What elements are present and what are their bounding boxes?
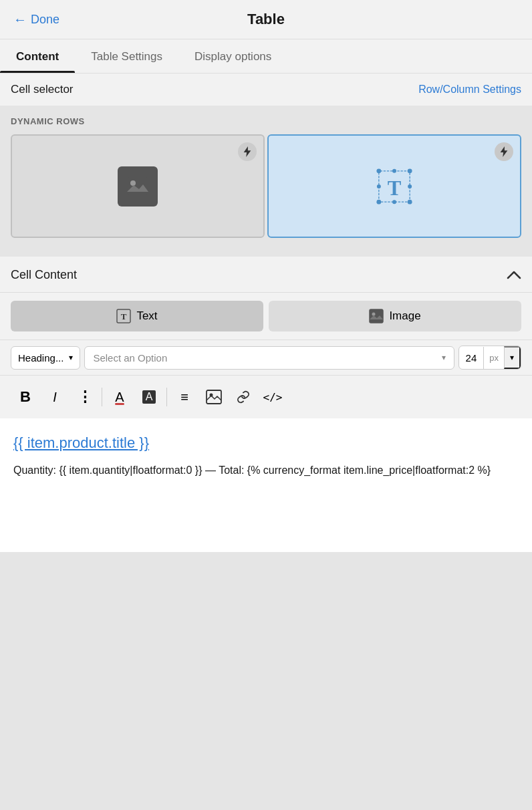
more-options-button[interactable]: ⋮ [70, 382, 99, 412]
italic-button[interactable]: I [40, 382, 70, 412]
svg-point-9 [392, 200, 396, 204]
format-row: B I ⋮ A A ≡ </> [0, 376, 532, 418]
select-option-dropdown[interactable]: Select an Option ▾ [84, 346, 454, 370]
image-row-card[interactable] [11, 134, 265, 238]
svg-point-4 [376, 168, 381, 173]
font-size-dropdown-button[interactable]: ▾ [504, 346, 521, 369]
dynamic-rows-label: DYNAMIC ROWS [11, 116, 521, 126]
dynamic-rows-section: DYNAMIC ROWS [0, 106, 532, 251]
page-title: Table [247, 11, 285, 28]
svg-rect-15 [370, 309, 383, 323]
svg-point-6 [376, 199, 381, 204]
text-color-button[interactable]: A [105, 382, 134, 412]
font-size-unit: px [484, 350, 504, 366]
image-type-button[interactable]: Image [269, 301, 521, 331]
divider [0, 251, 532, 257]
svg-point-16 [372, 313, 376, 316]
image-insert-button[interactable] [199, 382, 229, 412]
text-T-icon: T [374, 166, 414, 207]
tabs-bar: Content Table Settings Display options [0, 39, 532, 74]
text-highlight-button[interactable]: A [134, 382, 164, 412]
svg-text:T: T [388, 176, 402, 199]
code-button[interactable]: </> [258, 382, 287, 412]
toolbar-row: Heading... ▾ Select an Option ▾ 24 px ▾ [0, 340, 532, 376]
content-area: {{ item.product.title }} Quantity: {{ it… [0, 418, 532, 552]
separator-1 [102, 388, 102, 406]
svg-text:T: T [121, 311, 127, 321]
cell-content-title: Cell Content [11, 268, 77, 282]
row-column-settings-button[interactable]: Row/Column Settings [418, 84, 521, 96]
select-option-arrow: ▾ [442, 353, 446, 362]
row-cards: T [11, 134, 521, 238]
svg-rect-17 [207, 390, 221, 404]
text-type-label: Text [136, 309, 157, 323]
image-placeholder-icon [118, 166, 158, 207]
lightning-badge-image [238, 142, 257, 161]
svg-point-8 [392, 168, 396, 172]
tab-display-options[interactable]: Display options [178, 39, 287, 73]
link-button[interactable] [229, 382, 258, 412]
text-row-card[interactable]: T [267, 134, 521, 238]
tab-table-settings[interactable]: Table Settings [75, 39, 178, 73]
svg-point-11 [408, 184, 412, 188]
font-size-control: 24 px ▾ [458, 346, 521, 370]
align-button[interactable]: ≡ [170, 382, 199, 412]
header: ← Done Table [0, 0, 532, 39]
content-type-row: T Text Image [0, 293, 532, 340]
lightning-badge-text [495, 142, 513, 161]
svg-point-2 [130, 180, 136, 186]
tab-content[interactable]: Content [0, 39, 75, 73]
font-size-value: 24 [459, 347, 485, 369]
text-type-button[interactable]: T Text [11, 301, 263, 331]
svg-point-5 [408, 168, 412, 173]
done-label: Done [31, 13, 59, 27]
select-option-label: Select an Option [93, 352, 167, 364]
cell-selector-row: Cell selector Row/Column Settings [0, 74, 532, 106]
cell-content-panel: Cell Content T Text Image [0, 257, 532, 418]
heading-dropdown[interactable]: Heading... ▾ [11, 346, 80, 370]
collapse-button[interactable] [507, 267, 521, 283]
svg-point-7 [408, 199, 412, 204]
svg-rect-1 [127, 177, 148, 194]
separator-2 [166, 388, 167, 406]
template-title: {{ item.product.title }} [13, 434, 519, 452]
cell-selector-label: Cell selector [11, 83, 74, 96]
done-button[interactable]: ← Done [13, 12, 59, 27]
heading-dropdown-arrow: ▾ [69, 353, 73, 362]
template-body: Quantity: {{ item.quantity|floatformat:0… [13, 462, 519, 479]
image-type-label: Image [389, 309, 420, 323]
bold-button[interactable]: B [11, 382, 40, 412]
svg-point-10 [377, 184, 381, 188]
heading-dropdown-label: Heading... [18, 352, 63, 364]
cell-content-header: Cell Content [0, 257, 532, 293]
back-arrow-icon: ← [13, 12, 27, 27]
